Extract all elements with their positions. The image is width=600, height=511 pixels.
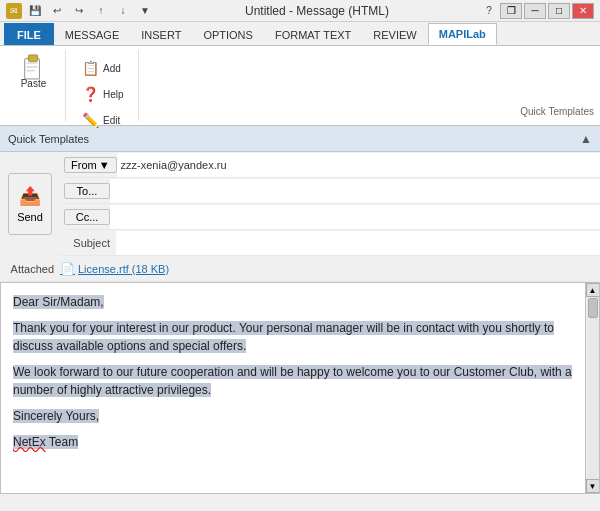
- file-icon: 📄: [60, 262, 75, 276]
- tab-mapilab[interactable]: MAPILab: [428, 23, 497, 45]
- tab-review[interactable]: REVIEW: [362, 23, 427, 45]
- send-icon: 📤: [19, 185, 41, 207]
- scroll-up-btn[interactable]: ▲: [586, 283, 600, 297]
- message-body-container: Dear Sir/Madam, Thank you for your inter…: [0, 282, 600, 494]
- cc-row: Cc...: [60, 204, 600, 230]
- cc-button[interactable]: Cc...: [64, 209, 110, 225]
- body-signature: NetEx Team: [13, 433, 579, 451]
- redo-quick-btn[interactable]: ↪: [70, 3, 88, 19]
- subject-row: Subject: [60, 230, 600, 256]
- body-para1: Thank you for your interest in our produ…: [13, 319, 579, 355]
- collapse-button[interactable]: ▲: [580, 132, 592, 146]
- add-button[interactable]: 📋 Add: [76, 56, 130, 80]
- restore-btn[interactable]: ❐: [500, 3, 522, 19]
- paste-icon: [21, 54, 45, 78]
- window-controls: ? ❐ ─ □ ✕: [480, 3, 594, 19]
- help-btn[interactable]: ?: [480, 3, 498, 19]
- prev-quick-btn[interactable]: ↑: [92, 3, 110, 19]
- svg-rect-1: [29, 55, 38, 61]
- send-area: 📤 Send: [0, 152, 60, 256]
- attachment-file[interactable]: 📄 License.rtf (18 KB): [60, 262, 169, 276]
- help-ribbon-button[interactable]: ❓ Help: [76, 82, 130, 106]
- tab-insert[interactable]: INSERT: [130, 23, 192, 45]
- scroll-track: [587, 297, 599, 479]
- attachment-name: License.rtf (18 KB): [78, 263, 169, 275]
- team-text: Team: [49, 435, 78, 449]
- fields-area: From ▼ To... Cc... Subject: [60, 152, 600, 256]
- undo-quick-btn[interactable]: ↩: [48, 3, 66, 19]
- maximize-btn[interactable]: □: [548, 3, 570, 19]
- from-row: From ▼: [60, 152, 600, 178]
- message-body[interactable]: Dear Sir/Madam, Thank you for your inter…: [1, 283, 599, 493]
- title-bar: ✉ 💾 ↩ ↪ ↑ ↓ ▼ Untitled - Message (HTML) …: [0, 0, 600, 22]
- title-bar-left: ✉ 💾 ↩ ↪ ↑ ↓ ▼: [6, 3, 154, 19]
- to-row: To...: [60, 178, 600, 204]
- vertical-scrollbar[interactable]: ▲ ▼: [585, 283, 599, 493]
- edit-icon: ✏️: [82, 112, 99, 128]
- ribbon-group-actions: 📋 Add ❓ Help ✏️ Edit: [72, 50, 139, 121]
- subject-field[interactable]: [116, 231, 600, 255]
- help-label: Help: [103, 89, 124, 100]
- svg-rect-3: [27, 66, 38, 68]
- next-quick-btn[interactable]: ↓: [114, 3, 132, 19]
- attached-label: Attached: [4, 263, 60, 275]
- send-label: Send: [17, 211, 43, 223]
- app-icon: ✉: [6, 3, 22, 19]
- save-quick-btn[interactable]: 💾: [26, 3, 44, 19]
- body-closing: Sincerely Yours,: [13, 407, 579, 425]
- para1-text: Thank you for your interest in our produ…: [13, 321, 554, 353]
- more-quick-btn[interactable]: ▼: [136, 3, 154, 19]
- quick-templates-label: Quick Templates: [8, 133, 89, 145]
- svg-rect-2: [27, 62, 38, 64]
- ribbon-group-label: Quick Templates: [520, 104, 594, 117]
- to-button[interactable]: To...: [64, 183, 110, 199]
- add-icon: 📋: [82, 60, 99, 76]
- body-para2: We look forward to our future cooperatio…: [13, 363, 579, 399]
- help-ribbon-icon: ❓: [82, 86, 99, 102]
- scroll-down-btn[interactable]: ▼: [586, 479, 600, 493]
- add-label: Add: [103, 63, 121, 74]
- from-field[interactable]: [117, 153, 600, 177]
- tab-format-text[interactable]: FORMAT TEXT: [264, 23, 362, 45]
- paste-label: Paste: [21, 78, 47, 89]
- tab-file[interactable]: FILE: [4, 23, 54, 45]
- minimize-btn[interactable]: ─: [524, 3, 546, 19]
- subject-label: Subject: [60, 237, 116, 249]
- from-dropdown-icon: ▼: [99, 159, 110, 171]
- from-label: From: [71, 159, 97, 171]
- tab-options[interactable]: OPTIONS: [192, 23, 264, 45]
- to-field[interactable]: [110, 179, 600, 203]
- from-button[interactable]: From ▼: [64, 157, 117, 173]
- signature-text: NetEx Team: [13, 435, 78, 449]
- netex-text: NetEx: [13, 435, 46, 449]
- ribbon-tabs: FILE MESSAGE INSERT OPTIONS FORMAT TEXT …: [0, 22, 600, 46]
- svg-rect-4: [27, 70, 35, 72]
- tab-message[interactable]: MESSAGE: [54, 23, 130, 45]
- para2-text: We look forward to our future cooperatio…: [13, 365, 572, 397]
- send-button[interactable]: 📤 Send: [8, 173, 52, 235]
- edit-button[interactable]: ✏️ Edit: [76, 108, 130, 132]
- window-title: Untitled - Message (HTML): [154, 4, 480, 18]
- ribbon-group-clipboard: Paste: [6, 50, 66, 121]
- edit-label: Edit: [103, 115, 120, 126]
- email-header: 📤 Send From ▼ To... Cc... Subject: [0, 152, 600, 256]
- greeting-text: Dear Sir/Madam,: [13, 295, 104, 309]
- cc-field[interactable]: [110, 205, 600, 229]
- body-greeting: Dear Sir/Madam,: [13, 293, 579, 311]
- ribbon-content: Paste 📋 Add ❓ Help ✏️ Edit Quick Templat…: [0, 46, 600, 126]
- paste-button[interactable]: Paste: [15, 50, 53, 93]
- close-btn[interactable]: ✕: [572, 3, 594, 19]
- ribbon-group-btns: Paste: [15, 50, 53, 121]
- closing-text: Sincerely Yours,: [13, 409, 99, 423]
- scroll-thumb[interactable]: [588, 298, 598, 318]
- attachment-row: Attached 📄 License.rtf (18 KB): [0, 256, 600, 282]
